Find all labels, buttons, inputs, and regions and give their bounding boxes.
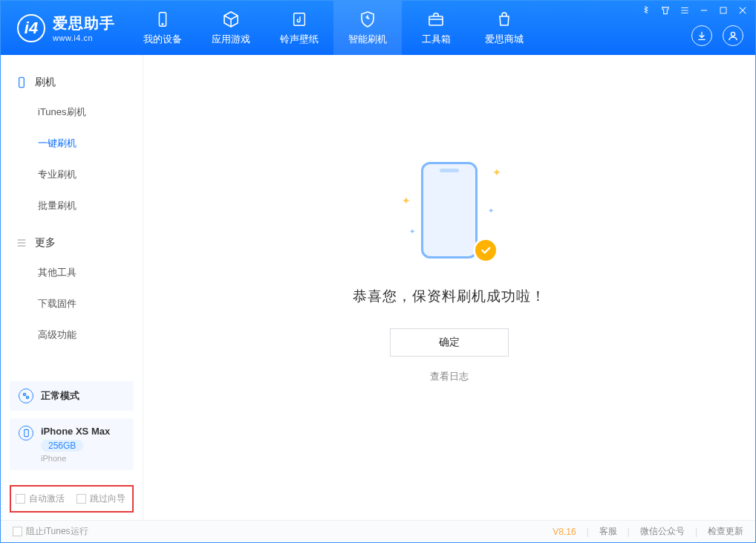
more-icon <box>16 237 27 249</box>
cube-icon <box>221 10 241 29</box>
maximize-icon[interactable] <box>718 5 729 16</box>
mode-label: 正常模式 <box>41 389 79 403</box>
ok-button[interactable]: 确定 <box>390 328 509 357</box>
auto-activate-checkbox[interactable]: 自动激活 <box>16 492 65 505</box>
top-nav: 我的设备 应用游戏 铃声壁纸 智能刷机 工具箱 爱思商城 <box>128 1 538 55</box>
app-logo: i4 爱思助手 www.i4.cn <box>1 1 128 55</box>
nav-label: 应用游戏 <box>212 33 250 46</box>
svg-rect-3 <box>429 16 443 25</box>
nav-label: 铃声壁纸 <box>280 33 319 46</box>
nav-label: 我的设备 <box>143 33 182 46</box>
mode-card[interactable]: 正常模式 <box>10 381 134 411</box>
sidebar-item-batch-flash[interactable]: 批量刷机 <box>1 190 143 221</box>
shield-icon <box>358 10 377 29</box>
check-update-link[interactable]: 检查更新 <box>708 525 743 538</box>
sidebar-item-advanced[interactable]: 高级功能 <box>1 319 143 351</box>
nav-ringtones-wallpapers[interactable]: 铃声壁纸 <box>265 1 333 55</box>
svg-point-5 <box>731 32 734 36</box>
device-icon <box>19 426 33 440</box>
nav-label: 爱思商城 <box>485 33 524 46</box>
nav-store[interactable]: 爱思商城 <box>470 1 538 55</box>
sidebar-section-flash: 刷机 <box>1 68 143 97</box>
logo-icon: i4 <box>17 14 45 42</box>
close-icon[interactable] <box>737 5 748 16</box>
section-title: 刷机 <box>35 76 56 89</box>
svg-rect-9 <box>24 429 28 436</box>
sidebar-item-oneclick-flash[interactable]: 一键刷机 <box>1 128 143 159</box>
view-log-link[interactable]: 查看日志 <box>430 370 469 383</box>
success-illustration: ✦ ✦ ✦ ✦ <box>405 162 494 266</box>
music-icon <box>290 10 309 29</box>
skip-guide-checkbox[interactable]: 跳过向导 <box>76 492 126 505</box>
nav-label: 工具箱 <box>422 33 451 46</box>
skin-icon[interactable] <box>660 5 671 16</box>
customer-service-link[interactable]: 客服 <box>599 525 617 538</box>
device-card[interactable]: iPhone XS Max 256GB iPhone <box>10 418 134 470</box>
sidebar-item-download-firmware[interactable]: 下载固件 <box>1 288 143 319</box>
svg-point-7 <box>24 394 26 396</box>
sidebar-item-other-tools[interactable]: 其他工具 <box>1 257 143 288</box>
device-icon <box>153 10 172 29</box>
menu-icon[interactable] <box>680 5 690 16</box>
nav-apps-games[interactable]: 应用游戏 <box>197 1 265 55</box>
app-url: www.i4.cn <box>53 33 115 42</box>
flash-options-highlight: 自动激活 跳过向导 <box>10 485 134 513</box>
nav-smart-flash[interactable]: 智能刷机 <box>333 1 402 55</box>
device-storage: 256GB <box>41 440 83 452</box>
download-button[interactable] <box>691 25 712 46</box>
mode-icon <box>19 388 33 403</box>
toolbox-icon <box>426 10 446 29</box>
nav-my-device[interactable]: 我的设备 <box>128 1 197 55</box>
nav-toolbox[interactable]: 工具箱 <box>402 1 470 55</box>
version-label: V8.16 <box>553 527 576 537</box>
store-icon <box>495 10 514 29</box>
feedback-icon[interactable] <box>641 5 651 16</box>
device-type: iPhone <box>41 454 110 463</box>
title-bar: i4 爱思助手 www.i4.cn 我的设备 应用游戏 铃声壁纸 智能刷机 工具… <box>1 1 755 55</box>
sidebar-section-more: 更多 <box>1 229 143 257</box>
window-controls-small <box>641 5 748 16</box>
svg-rect-2 <box>294 13 305 26</box>
status-bar: 阻止iTunes运行 V8.16 | 客服 | 微信公众号 | 检查更新 <box>1 520 755 542</box>
success-message: 恭喜您，保资料刷机成功啦！ <box>353 287 546 306</box>
app-name: 爱思助手 <box>53 13 115 33</box>
sidebar-item-itunes-flash[interactable]: iTunes刷机 <box>1 97 143 128</box>
svg-rect-6 <box>19 77 25 87</box>
minimize-icon[interactable] <box>699 5 709 16</box>
svg-rect-4 <box>720 7 726 13</box>
wechat-link[interactable]: 微信公众号 <box>640 525 685 538</box>
account-button[interactable] <box>723 25 743 46</box>
header-actions <box>691 25 743 46</box>
check-icon <box>473 238 498 263</box>
sidebar-item-pro-flash[interactable]: 专业刷机 <box>1 159 143 190</box>
nav-label: 智能刷机 <box>348 33 387 46</box>
device-name: iPhone XS Max <box>41 426 110 437</box>
svg-point-8 <box>27 397 29 399</box>
svg-point-1 <box>162 24 163 25</box>
block-itunes-checkbox[interactable]: 阻止iTunes运行 <box>13 525 88 538</box>
phone-icon <box>16 77 27 88</box>
section-title: 更多 <box>35 236 56 250</box>
sidebar: 刷机 iTunes刷机 一键刷机 专业刷机 批量刷机 更多 其他工具 下载固件 … <box>1 55 143 520</box>
main-content: ✦ ✦ ✦ ✦ 恭喜您，保资料刷机成功啦！ 确定 查看日志 <box>143 55 755 520</box>
